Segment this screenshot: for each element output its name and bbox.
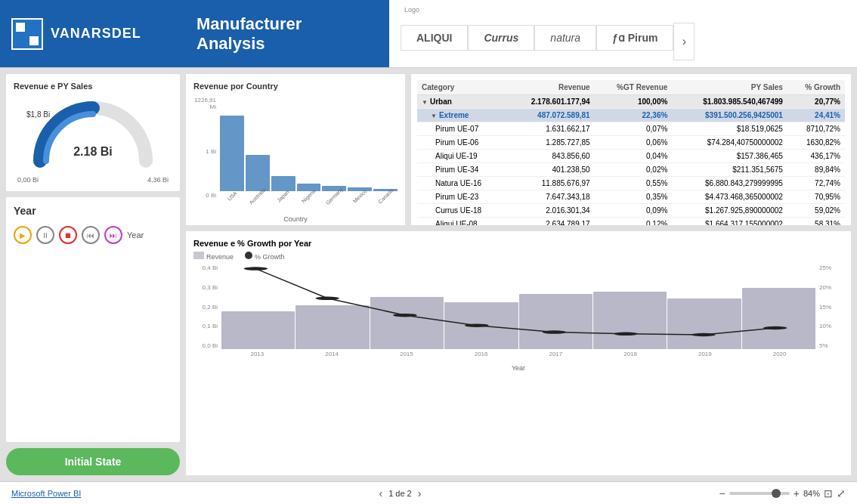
logo-aliqui[interactable]: ALIQUI (401, 25, 468, 51)
row-extreme: ▼Extreme 487.072.589,81 22,36% $391.500.… (417, 109, 845, 122)
cell-urban-gt: 100,00% (595, 95, 673, 109)
col-gt-revenue: %GT Revenue (595, 80, 673, 95)
gauge-min: 0,00 Bi (17, 176, 39, 184)
row-aliqui08: Aliqui UE-08 2.634.789,17 0,12% $1.664.3… (417, 218, 845, 226)
row-currus18: Currus UE-18 2.016.301,34 0,09% $1.267.9… (417, 204, 845, 218)
logo-currus[interactable]: Currus (468, 25, 534, 51)
brand-name: VANARSDEL (51, 26, 141, 42)
x-2014: 2014 (325, 351, 339, 357)
x-2013: 2013 (250, 351, 264, 357)
zoom-in-button[interactable]: + (794, 487, 800, 499)
cell-extreme-gt: 22,36% (595, 109, 673, 122)
cell-aliqui19-py: $157.386,465 (672, 150, 787, 163)
fullscreen-button[interactable]: ⤢ (837, 487, 846, 499)
bottom-chart-card: Revenue e % Growth por Year Revenue % Gr… (186, 231, 851, 475)
y-axis-labels: 1226,91 Mi 1 Bi 0 Bi (193, 97, 218, 199)
cell-aliqui19-gt: 0,04% (595, 150, 673, 163)
cell-aliqui08-rev: 2.634.789,17 (506, 218, 594, 226)
y-label-0bi: 0 Bi (193, 192, 216, 199)
zoom-out-button[interactable]: − (719, 487, 726, 499)
forward-button[interactable]: ⏭ (104, 226, 122, 244)
bottom-chart-title: Revenue e % Growth por Year (193, 239, 843, 248)
data-table-card: Category Revenue %GT Revenue PY Sales % … (411, 74, 851, 225)
cell-pirum06-gt: 0,06% (595, 136, 673, 150)
footer-brand-link[interactable]: Microsoft Power BI (11, 489, 81, 498)
initial-state-button[interactable]: Initial State (6, 448, 180, 475)
row-pirum07: Pirum UE-07 1.631.662,17 0,07% $18.519,0… (417, 122, 845, 136)
zoom-slider[interactable] (729, 492, 790, 495)
cell-natura16-py: $6.880.843,279999995 (672, 177, 787, 190)
svg-point-7 (691, 333, 716, 336)
cell-currus18-growth: 59,02% (787, 204, 845, 218)
zoom-level: 84% (803, 489, 820, 498)
logo-natura[interactable]: natura (534, 25, 596, 51)
row-urban: ▼Urban 2.178.601.177,94 100,00% $1.803.9… (417, 95, 845, 109)
col-py-sales: PY Sales (672, 80, 787, 95)
col-revenue: Revenue (506, 80, 594, 95)
cell-urban-revenue: 2.178.601.177,94 (506, 95, 594, 109)
play-button[interactable]: ▶ (14, 226, 32, 244)
chart-inner: 2013 2014 2015 2016 2017 2018 2019 2020 (220, 264, 817, 363)
bar-x-axis-title: Country (193, 215, 398, 223)
cell-currus18-rev: 2.016.301,34 (506, 204, 594, 218)
y-left-01: 0,1 Bi (193, 323, 218, 329)
x-2019: 2019 (698, 351, 712, 357)
cell-pirum34-py: $211.351,5675 (672, 163, 787, 177)
top-charts: Revenue por Country 1226,91 Mi 1 Bi 0 Bi… (186, 74, 851, 225)
y-left-03: 0,3 Bi (193, 284, 218, 291)
bar-nigeria-rect (297, 184, 321, 191)
pause-button[interactable]: ⏸ (36, 226, 54, 244)
back-button[interactable]: ⏮ (82, 226, 100, 244)
cell-pirum07-py: $18.519,0625 (672, 122, 787, 136)
legend-growth-icon (245, 252, 252, 259)
cell-pirum23-gt: 0,35% (595, 190, 673, 204)
cell-aliqui19-name: Aliqui UE-19 (417, 150, 506, 163)
fit-page-button[interactable]: ⊡ (824, 487, 833, 499)
line-bar-chart: 0,4 Bi 0,3 Bi 0,2 Bi 0,1 Bi 0,0 Bi (193, 264, 843, 363)
year-controls: ▶ ⏸ ⏹ ⏮ ⏭ Year (14, 226, 172, 244)
bar-australia: Australia (246, 153, 270, 199)
revenue-card: Revenue e PY Sales 2.18 Bi $1,8 Bi (6, 74, 180, 191)
cell-pirum23-rev: 7.647.343,18 (506, 190, 594, 204)
x-2017: 2017 (549, 351, 562, 357)
y-left-04: 0,4 Bi (193, 264, 218, 271)
legend-revenue: Revenue (193, 252, 234, 261)
cell-aliqui08-py: $1.664.317,155000002 (672, 218, 787, 226)
next-page-button[interactable]: › (418, 487, 422, 499)
y-right-25: 25% (819, 264, 843, 271)
svg-point-3 (393, 314, 417, 317)
y-left-00: 0,0 Bi (193, 342, 218, 349)
legend-growth: % Growth (245, 252, 285, 261)
cell-currus18-gt: 0,09% (595, 204, 673, 218)
cell-aliqui08-growth: 58,31% (787, 218, 845, 226)
footer: Microsoft Power BI ‹ 1 de 2 › − + 84% ⊡ … (0, 481, 857, 504)
page-title: Manufacturer Analysis (196, 14, 370, 54)
y-label-1bi: 1 Bi (193, 148, 216, 155)
cell-pirum07-name: Pirum UE-07 (417, 122, 506, 136)
cell-pirum23-py: $4.473.468,365000002 (672, 190, 787, 204)
bar-mexico: Mexico (348, 186, 372, 199)
cell-pirum07-growth: 8710,72% (787, 122, 845, 136)
svg-point-1 (244, 267, 268, 270)
row-pirum34: Pirum UE-34 401.238,50 0,02% $211.351,56… (417, 163, 845, 177)
cell-pirum06-py: $74.284,40750000002 (672, 136, 787, 150)
cell-pirum34-rev: 401.238,50 (506, 163, 594, 177)
bottom-x-axis-label: Year (193, 364, 843, 372)
year-control-label: Year (127, 230, 144, 240)
col-growth: % Growth (787, 80, 845, 95)
x-2020: 2020 (773, 351, 787, 357)
zoom-thumb (772, 489, 781, 498)
bar-usa-rect (220, 116, 244, 191)
cell-extreme-growth: 24,41% (787, 109, 845, 122)
prev-page-button[interactable]: ‹ (379, 487, 382, 499)
cell-pirum23-name: Pirum UE-23 (417, 190, 506, 204)
svg-point-8 (763, 326, 787, 329)
legend-revenue-icon (193, 252, 204, 259)
stop-button[interactable]: ⏹ (59, 226, 77, 244)
y-left-02: 0,2 Bi (193, 304, 218, 311)
logo-pirum[interactable]: ƒɑ Pirum (596, 25, 673, 51)
cell-pirum06-name: Pirum UE-06 (417, 136, 506, 150)
bar-usa: USA (220, 114, 244, 199)
cell-pirum34-growth: 89,84% (787, 163, 845, 177)
logo-next-button[interactable]: › (673, 23, 695, 60)
